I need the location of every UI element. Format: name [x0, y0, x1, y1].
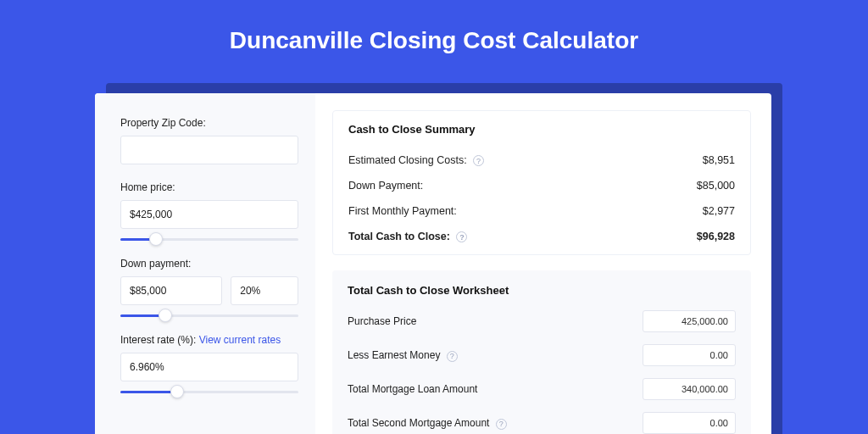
- worksheet-row-value[interactable]: [643, 378, 736, 400]
- calculator-card: Property Zip Code: Home price: Down paym…: [95, 93, 771, 434]
- label-text: Total Cash to Close:: [348, 231, 450, 242]
- help-icon[interactable]: ?: [496, 419, 507, 430]
- label-text: Total Second Mortgage Amount: [348, 417, 489, 429]
- worksheet-row-label: Total Mortgage Loan Amount: [348, 383, 477, 395]
- summary-row: Down Payment: $85,000: [348, 173, 735, 198]
- worksheet-row-label: Total Second Mortgage Amount ?: [348, 417, 507, 429]
- interest-rate-input[interactable]: [120, 353, 298, 381]
- results-panel: Cash to Close Summary Estimated Closing …: [315, 93, 771, 434]
- summary-row-label: Estimated Closing Costs: ?: [348, 154, 484, 166]
- summary-row-value: $2,977: [703, 205, 735, 217]
- down-payment-slider[interactable]: [120, 310, 298, 322]
- worksheet-row-label: Less Earnest Money ?: [348, 349, 458, 361]
- summary-total-row: Total Cash to Close: ? $96,928: [348, 224, 735, 249]
- down-payment-amount-input[interactable]: [120, 276, 222, 305]
- worksheet-card: Total Cash to Close Worksheet Purchase P…: [332, 270, 751, 434]
- home-price-label: Home price:: [120, 181, 298, 193]
- worksheet-row-value[interactable]: [643, 412, 736, 434]
- summary-total-value: $96,928: [697, 231, 735, 242]
- worksheet-row: Purchase Price: [348, 310, 736, 332]
- summary-row-value: $85,000: [697, 180, 735, 192]
- home-price-slider[interactable]: [120, 234, 298, 246]
- home-price-input[interactable]: [120, 200, 298, 229]
- summary-row-label: Down Payment:: [348, 180, 423, 192]
- label-text: Less Earnest Money: [348, 349, 440, 361]
- summary-row: Estimated Closing Costs: ? $8,951: [348, 147, 735, 173]
- worksheet-row-value[interactable]: [643, 344, 736, 366]
- zip-input[interactable]: [120, 136, 298, 164]
- summary-row: First Monthly Payment: $2,977: [348, 198, 735, 224]
- down-payment-pct-input[interactable]: [231, 276, 298, 305]
- help-icon[interactable]: ?: [456, 231, 467, 242]
- help-icon[interactable]: ?: [473, 155, 484, 166]
- down-payment-label: Down payment:: [120, 258, 298, 270]
- inputs-panel: Property Zip Code: Home price: Down paym…: [95, 93, 315, 434]
- worksheet-row: Less Earnest Money ?: [348, 344, 736, 366]
- page-title: Duncanville Closing Cost Calculator: [0, 0, 868, 75]
- worksheet-row-label: Purchase Price: [348, 315, 416, 327]
- slider-thumb[interactable]: [170, 385, 184, 398]
- worksheet-title: Total Cash to Close Worksheet: [348, 284, 736, 297]
- worksheet-row-value[interactable]: [643, 310, 736, 332]
- summary-row-value: $8,951: [703, 154, 735, 166]
- summary-row-label: First Monthly Payment:: [348, 205, 457, 217]
- zip-label: Property Zip Code:: [120, 117, 298, 129]
- label-text: Estimated Closing Costs:: [348, 154, 467, 166]
- interest-label-text: Interest rate (%):: [120, 334, 199, 346]
- slider-fill: [120, 391, 177, 393]
- slider-thumb[interactable]: [149, 232, 163, 246]
- summary-title: Cash to Close Summary: [348, 123, 735, 136]
- help-icon[interactable]: ?: [447, 351, 458, 362]
- worksheet-row: Total Mortgage Loan Amount: [348, 378, 736, 400]
- interest-rate-label: Interest rate (%): View current rates: [120, 334, 298, 346]
- interest-rate-slider[interactable]: [120, 387, 298, 398]
- view-rates-link[interactable]: View current rates: [199, 334, 281, 346]
- summary-total-label: Total Cash to Close: ?: [348, 231, 467, 242]
- summary-card: Cash to Close Summary Estimated Closing …: [332, 110, 751, 255]
- slider-thumb[interactable]: [159, 309, 172, 322]
- worksheet-row: Total Second Mortgage Amount ?: [348, 412, 736, 434]
